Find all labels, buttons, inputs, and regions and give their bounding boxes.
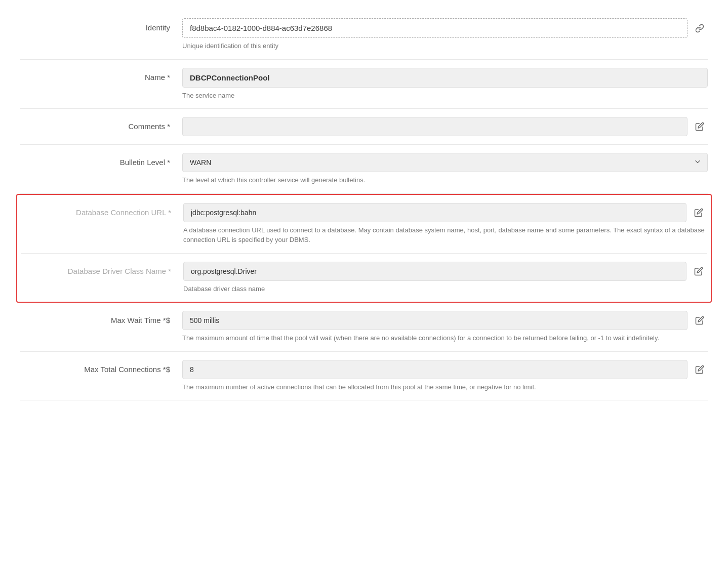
comments-edit-icon[interactable] <box>692 118 708 135</box>
name-row: Name * The service name <box>20 60 708 109</box>
db-connection-url-content: A database connection URL used to connec… <box>183 203 707 245</box>
bulletin-level-select[interactable]: WARN DEBUG INFO ERROR <box>182 153 708 172</box>
bulletin-level-value-row: WARN DEBUG INFO ERROR <box>182 153 708 172</box>
bulletin-level-row: Bulletin Level * WARN DEBUG INFO ERROR <box>20 145 708 194</box>
db-connection-url-label: Database Connection URL * <box>21 203 183 217</box>
max-wait-time-value-row <box>182 311 708 330</box>
db-driver-class-edit-icon[interactable] <box>691 263 707 279</box>
identity-input[interactable] <box>182 18 687 38</box>
identity-content: Unique identification of this entity <box>182 18 708 51</box>
db-driver-class-content: Database driver class name <box>183 262 707 294</box>
name-value-row <box>182 68 708 88</box>
max-total-connections-description: The maximum number of active connections… <box>182 382 708 392</box>
comments-row: Comments * <box>20 109 708 145</box>
db-driver-class-value-row <box>183 262 707 281</box>
name-label: Name * <box>20 68 182 82</box>
identity-row: Identity Unique identification of this e… <box>20 10 708 60</box>
bulletin-level-select-wrapper: WARN DEBUG INFO ERROR <box>182 153 708 172</box>
identity-description: Unique identification of this entity <box>182 41 708 51</box>
db-connection-url-edit-icon[interactable] <box>691 205 707 221</box>
max-total-connections-row: Max Total Connections *$ The maximum num… <box>20 352 708 401</box>
identity-label: Identity <box>20 18 182 32</box>
max-total-connections-label: Max Total Connections *$ <box>20 360 182 374</box>
comments-value-row <box>182 117 708 136</box>
max-wait-time-content: The maximum amount of time that the pool… <box>182 311 708 343</box>
db-driver-class-row: Database Driver Class Name * Database dr… <box>21 253 707 302</box>
db-driver-class-input[interactable] <box>183 262 686 281</box>
db-driver-class-description: Database driver class name <box>183 284 707 294</box>
max-total-connections-edit-icon[interactable] <box>692 361 708 378</box>
max-total-connections-input[interactable] <box>182 360 687 379</box>
comments-content <box>182 117 708 136</box>
db-connection-url-description: A database connection URL used to connec… <box>183 225 707 245</box>
name-input[interactable] <box>182 68 708 88</box>
comments-label: Comments * <box>20 117 182 131</box>
max-total-connections-value-row <box>182 360 708 379</box>
bulletin-level-content: WARN DEBUG INFO ERROR The level at which… <box>182 153 708 185</box>
highlighted-database-section: Database Connection URL * A database con… <box>16 194 712 303</box>
max-wait-time-row: Max Wait Time *$ The maximum amount of t… <box>20 303 708 352</box>
max-wait-time-description: The maximum amount of time that the pool… <box>182 333 708 343</box>
db-driver-class-label: Database Driver Class Name * <box>21 262 183 275</box>
name-description: The service name <box>182 91 708 101</box>
max-wait-time-input[interactable] <box>182 311 687 330</box>
name-content: The service name <box>182 68 708 101</box>
db-connection-url-value-row <box>183 203 707 222</box>
max-wait-time-label: Max Wait Time *$ <box>20 311 182 324</box>
identity-value-row <box>182 18 708 38</box>
db-connection-url-input[interactable] <box>183 203 686 222</box>
form-container: Identity Unique identification of this e… <box>0 0 728 411</box>
max-total-connections-content: The maximum number of active connections… <box>182 360 708 392</box>
bulletin-level-label: Bulletin Level * <box>20 153 182 167</box>
identity-link-icon[interactable] <box>692 20 708 36</box>
db-connection-url-row: Database Connection URL * A database con… <box>21 195 707 253</box>
comments-input[interactable] <box>182 117 687 136</box>
bulletin-level-description: The level at which this controller servi… <box>182 175 708 185</box>
max-wait-time-edit-icon[interactable] <box>692 312 708 329</box>
